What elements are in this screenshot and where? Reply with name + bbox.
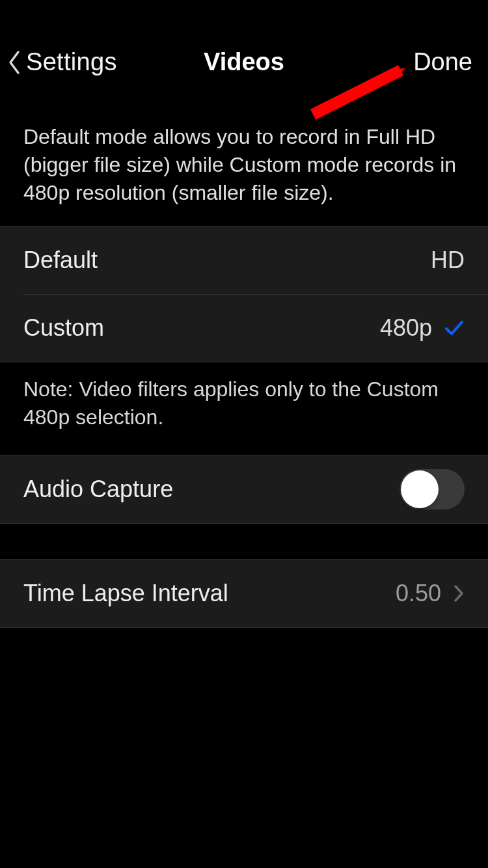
- mode-row-default[interactable]: Default HD: [0, 226, 488, 294]
- back-button[interactable]: Settings: [7, 48, 117, 76]
- mode-footer-note: Note: Video filters applies only to the …: [0, 362, 488, 455]
- page-title: Videos: [204, 48, 284, 76]
- timelapse-value: 0.50: [396, 580, 441, 607]
- audio-capture-row: Audio Capture: [0, 455, 488, 523]
- timelapse-group: Time Lapse Interval 0.50: [0, 559, 488, 628]
- mode-custom-label: Custom: [23, 314, 104, 342]
- chevron-right-icon: [453, 584, 465, 603]
- mode-selection-group: Default HD Custom 480p: [0, 226, 488, 362]
- navigation-bar: Settings Videos Done: [0, 0, 488, 94]
- toggle-knob: [401, 470, 439, 508]
- mode-row-custom[interactable]: Custom 480p: [0, 294, 488, 362]
- timelapse-row[interactable]: Time Lapse Interval 0.50: [0, 560, 488, 627]
- chevron-left-icon: [7, 49, 22, 75]
- mode-default-label: Default: [23, 247, 98, 274]
- done-button[interactable]: Done: [413, 48, 472, 76]
- mode-description: Default mode allows you to record in Ful…: [0, 94, 488, 226]
- checkmark-icon: [444, 318, 465, 338]
- audio-group: Audio Capture: [0, 455, 488, 524]
- back-label: Settings: [26, 48, 117, 76]
- mode-default-value: HD: [431, 247, 465, 274]
- audio-capture-toggle[interactable]: [400, 469, 465, 509]
- audio-capture-label: Audio Capture: [23, 476, 173, 503]
- timelapse-label: Time Lapse Interval: [23, 580, 228, 607]
- spacer: [0, 524, 488, 559]
- mode-custom-value: 480p: [380, 314, 432, 342]
